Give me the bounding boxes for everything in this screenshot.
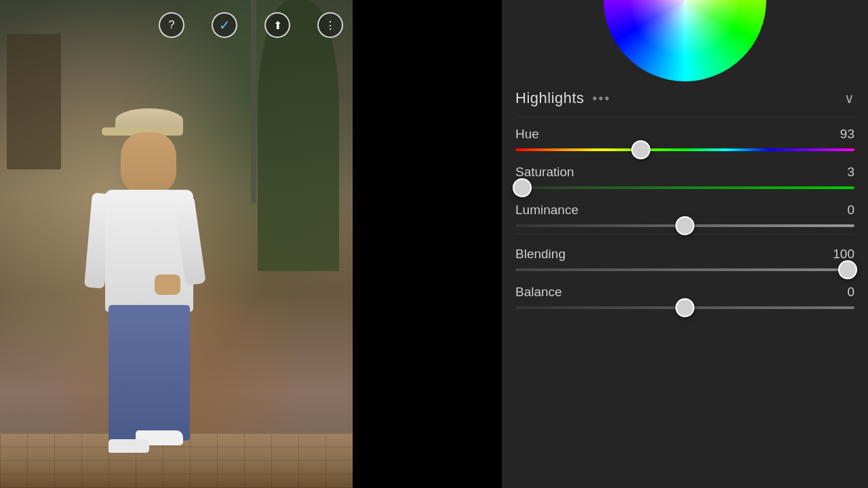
blending-label-row: Blending 100 bbox=[515, 247, 854, 262]
saturation-slider-row: Saturation 3 bbox=[515, 155, 854, 193]
blending-label: Blending bbox=[515, 247, 566, 262]
right-panel: Highlights ••• ∨ Hue 93 Saturation 3 bbox=[502, 0, 868, 488]
saturation-label: Saturation bbox=[515, 165, 574, 180]
luminance-slider-row: Luminance 0 bbox=[515, 193, 854, 231]
controls-section: Highlights ••• ∨ Hue 93 Saturation 3 bbox=[502, 81, 868, 313]
luminance-slider-track[interactable] bbox=[515, 224, 854, 227]
blending-slider-thumb[interactable] bbox=[838, 260, 857, 279]
section-header-left: Highlights ••• bbox=[515, 89, 611, 107]
check-icon: ✓ bbox=[219, 17, 231, 33]
blending-slider-row: Blending 100 bbox=[515, 237, 854, 275]
color-wheel[interactable] bbox=[604, 0, 766, 81]
hue-slider-track[interactable] bbox=[515, 148, 854, 151]
blending-slider-track[interactable] bbox=[515, 268, 854, 271]
hue-slider-row: Hue 93 bbox=[515, 117, 854, 155]
photo-toolbar: ? ✓ ⬆ ⋮ bbox=[159, 12, 343, 38]
color-wheel-container bbox=[502, 0, 868, 81]
help-button[interactable]: ? bbox=[159, 12, 184, 38]
chevron-down-icon[interactable]: ∨ bbox=[844, 90, 854, 106]
blending-value: 100 bbox=[827, 247, 854, 262]
confirm-button[interactable]: ✓ bbox=[212, 12, 237, 38]
photo-panel: ? ✓ ⬆ ⋮ bbox=[0, 0, 502, 488]
luminance-value: 0 bbox=[827, 203, 854, 218]
balance-label-row: Balance 0 bbox=[515, 285, 854, 300]
balance-value: 0 bbox=[827, 285, 854, 300]
hue-label: Hue bbox=[515, 127, 539, 142]
person-figure bbox=[95, 108, 203, 447]
photo-background bbox=[0, 0, 353, 488]
saturation-slider-thumb[interactable] bbox=[513, 178, 532, 197]
help-icon: ? bbox=[169, 19, 175, 31]
balance-slider-row: Balance 0 bbox=[515, 275, 854, 313]
more-icon: ⋮ bbox=[325, 19, 336, 32]
saturation-slider-track[interactable] bbox=[515, 186, 854, 189]
section-title: Highlights bbox=[515, 89, 585, 107]
balance-slider-thumb[interactable] bbox=[675, 298, 694, 317]
luminance-slider-thumb[interactable] bbox=[675, 216, 694, 235]
section-header: Highlights ••• ∨ bbox=[515, 81, 854, 117]
luminance-label: Luminance bbox=[515, 203, 578, 218]
hue-slider-thumb[interactable] bbox=[631, 140, 650, 159]
saturation-value: 3 bbox=[827, 165, 854, 180]
more-button[interactable]: ⋮ bbox=[317, 12, 343, 38]
balance-label: Balance bbox=[515, 285, 562, 300]
share-icon: ⬆ bbox=[273, 19, 282, 32]
hue-label-row: Hue 93 bbox=[515, 127, 854, 142]
dots-menu-icon[interactable]: ••• bbox=[593, 91, 611, 106]
share-button[interactable]: ⬆ bbox=[264, 12, 290, 38]
hue-value: 93 bbox=[827, 127, 854, 142]
balance-slider-track[interactable] bbox=[515, 306, 854, 309]
center-strip bbox=[353, 0, 502, 488]
luminance-label-row: Luminance 0 bbox=[515, 203, 854, 218]
saturation-label-row: Saturation 3 bbox=[515, 165, 854, 180]
